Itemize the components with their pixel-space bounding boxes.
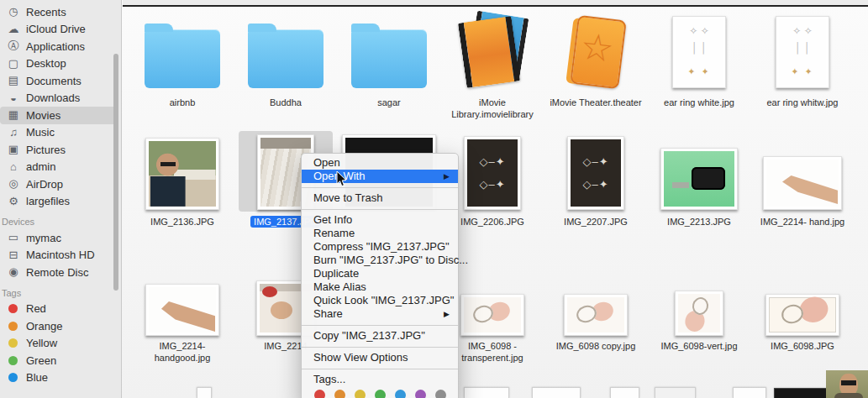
sidebar-item-remote-disc[interactable]: ◉Remote Disc xyxy=(0,264,121,281)
tag-color-dot[interactable] xyxy=(435,390,446,398)
menu-tag-colors xyxy=(302,386,458,398)
toolbar-divider xyxy=(123,5,868,7)
menu-item-duplicate[interactable]: Duplicate xyxy=(302,267,458,280)
sidebar-item-movies[interactable]: ▦Movies xyxy=(0,107,116,124)
sidebar-item-label: Blue xyxy=(26,371,48,384)
sidebar-item-largefiles[interactable]: ⚙largefiles xyxy=(0,193,121,211)
file-imovie-theater-theater[interactable]: iMovie Theater.theater xyxy=(544,8,647,109)
photo-earring-white-thumbnail xyxy=(776,16,829,88)
sidebar-item-icloud-drive[interactable]: ☁iCloud Drive xyxy=(0,21,121,39)
menu-item-open[interactable]: Open xyxy=(302,156,458,170)
sidebar-item-green[interactable]: Green xyxy=(0,352,121,369)
menu-separator xyxy=(302,209,458,210)
sidebar-item-label: Orange xyxy=(26,320,62,333)
file-img-2207-jpg[interactable]: IMG_2207.JPG xyxy=(544,131,647,228)
menu-item-burn-img-2137-jpg-to-disc[interactable]: Burn "IMG_2137.JPG" to Disc... xyxy=(302,254,458,267)
menu-item-share[interactable]: Share▶ xyxy=(302,307,458,321)
menu-item-label: Move to Trash xyxy=(313,191,382,205)
file-imovie-library-imovielibrary[interactable]: iMovie Library.imovielibrary xyxy=(441,8,544,121)
sidebar-scrollbar[interactable] xyxy=(113,54,118,291)
tag-color-dot[interactable] xyxy=(314,390,325,398)
sidebar-item-label: AirDrop xyxy=(26,178,63,191)
tag-color-dot[interactable] xyxy=(415,390,426,398)
sidebar-item-yellow[interactable]: Yellow xyxy=(0,335,121,353)
sidebar-item-macintosh-hd[interactable]: ⊟Macintosh HD xyxy=(0,247,121,264)
airdrop-icon: ◎ xyxy=(7,177,20,191)
file-label: ear ring whitw.jpg xyxy=(764,97,842,108)
partial-thumbnail[interactable] xyxy=(655,387,696,398)
file-sagar[interactable]: sagar xyxy=(338,8,440,109)
menu-item-label: Open xyxy=(313,156,340,170)
sidebar-item-mymac[interactable]: ▭mymac xyxy=(0,229,121,247)
menu-item-get-info[interactable]: Get Info xyxy=(302,213,458,227)
sidebar-item-music[interactable]: ♫Music xyxy=(0,124,121,142)
menu-item-copy-img-2137-jpg[interactable]: Copy "IMG_2137.JPG" xyxy=(302,329,458,343)
sidebar-item-label: Desktop xyxy=(26,57,66,70)
file-icon-area xyxy=(652,265,746,336)
partial-thumbnail[interactable] xyxy=(733,387,766,398)
file-label: iMovie Library.imovielibrary xyxy=(448,97,537,120)
file-icon-area xyxy=(549,131,643,212)
menu-separator xyxy=(302,347,458,348)
file-label: IMG_6098-vert.jpg xyxy=(657,340,740,352)
menu-item-quick-look-img-2137-jpg[interactable]: Quick Look "IMG_2137.JPG" xyxy=(302,294,458,307)
menu-item-compress-img-2137-jpg[interactable]: Compress "IMG_2137.JPG" xyxy=(302,240,458,254)
file-img-2214-hand-jpg[interactable]: IMG_2214- hand.jpg xyxy=(751,131,854,228)
imovie-theater-thumbnail xyxy=(566,16,626,88)
photo-ring-wide-thumbnail xyxy=(460,294,524,336)
menu-item-label: Share xyxy=(313,307,343,321)
sidebar-item-recents[interactable]: ◷Recents xyxy=(0,3,121,21)
sidebar-devices: ▭mymac⊟Macintosh HD◉Remote Disc xyxy=(0,229,121,281)
file-icon-area xyxy=(445,265,539,336)
desktop-icon: ▢ xyxy=(7,57,20,71)
sidebar-item-label: Macintosh HD xyxy=(26,249,95,261)
menu-item-make-alias[interactable]: Make Alias xyxy=(302,280,458,294)
tag-color-dot[interactable] xyxy=(375,390,386,398)
photo-key-thumbnail xyxy=(660,148,738,210)
partial-thumbnail[interactable] xyxy=(197,387,212,398)
file-img-6098-copy-jpg[interactable]: IMG_6098 copy.jpg xyxy=(544,265,647,353)
file-ear-ring-white-jpg[interactable]: ear ring white.jpg xyxy=(648,8,750,109)
sidebar-item-pictures[interactable]: ▣Pictures xyxy=(0,141,121,159)
partial-thumbnail[interactable] xyxy=(532,387,581,398)
menu-item-open-with[interactable]: Open With▶ xyxy=(302,170,458,183)
menu-item-label: Rename xyxy=(313,227,355,240)
menu-item-move-to-trash[interactable]: Move to Trash xyxy=(302,191,458,205)
sidebar-item-downloads[interactable]: ◒Downloads xyxy=(0,90,121,107)
sidebar-item-blue[interactable]: Blue xyxy=(0,369,121,387)
tag-color-dot[interactable] xyxy=(334,390,345,398)
sidebar-item-desktop[interactable]: ▢Desktop xyxy=(0,55,121,73)
menu-item-label: Copy "IMG_2137.JPG" xyxy=(313,329,425,343)
sidebar-item-admin[interactable]: ⌂admin xyxy=(0,159,121,176)
sidebar-item-red[interactable]: Red xyxy=(0,301,121,318)
submenu-arrow-icon: ▶ xyxy=(444,307,450,321)
file-img-2136-jpg[interactable]: IMG_2136.JPG xyxy=(131,131,234,228)
sidebar-item-airdrop[interactable]: ◎AirDrop xyxy=(0,175,121,193)
file-airbnb[interactable]: airbnb xyxy=(131,8,234,109)
file-img-2213-jpg[interactable]: IMG_2213.JPG xyxy=(648,131,750,228)
tag-color-dot[interactable] xyxy=(395,390,406,398)
sidebar-item-applications[interactable]: ⒶApplications xyxy=(0,38,121,55)
partial-thumbnail[interactable] xyxy=(464,387,509,398)
music-icon: ♫ xyxy=(7,126,20,139)
photo-ring-vert-thumbnail xyxy=(675,291,723,336)
partial-thumbnail[interactable] xyxy=(610,387,639,398)
photo-earring-dark-thumbnail xyxy=(464,136,521,210)
sidebar-item-orange[interactable]: Orange xyxy=(0,317,121,335)
file-img-2214-handgood-jpg[interactable]: IMG_2214- handgood.jpg xyxy=(131,265,234,364)
gear-icon: ⚙ xyxy=(7,195,20,208)
menu-item-rename[interactable]: Rename xyxy=(302,227,458,240)
tag-dot-icon xyxy=(8,322,18,331)
tag-color-dot[interactable] xyxy=(355,390,366,398)
menu-item-show-view-options[interactable]: Show View Options xyxy=(302,351,458,364)
sidebar-item-label: Red xyxy=(26,302,46,315)
file-img-6098-jpg[interactable]: IMG_6098.JPG xyxy=(751,265,854,353)
file-ear-ring-whitw-jpg[interactable]: ear ring whitw.jpg xyxy=(751,8,854,109)
file-buddha[interactable]: Buddha xyxy=(234,8,337,109)
file-img-6098-vert-jpg[interactable]: IMG_6098-vert.jpg xyxy=(648,265,750,353)
photo-ring-wide-thumbnail xyxy=(564,294,628,336)
menu-item-tags[interactable]: Tags... xyxy=(302,373,458,386)
finder-sidebar: ◷Recents☁iCloud DriveⒶApplications▢Deskt… xyxy=(0,0,122,398)
sidebar-item-documents[interactable]: ▤Documents xyxy=(0,72,121,90)
sidebar-item-label: Downloads xyxy=(26,92,80,104)
